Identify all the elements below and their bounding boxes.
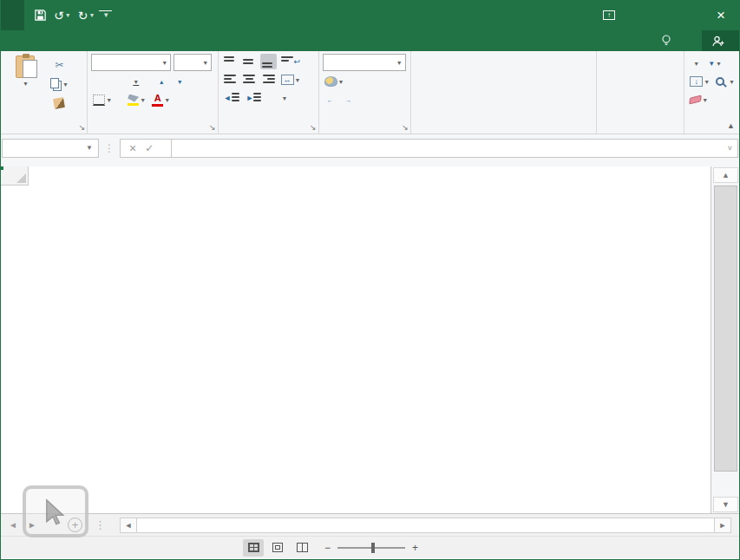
new-sheet-button[interactable]: + [68,518,82,532]
middle-align-button[interactable] [241,54,258,69]
fill-button[interactable]: ↓▼ [688,74,711,89]
scroll-up-icon[interactable]: ▲ [713,167,738,183]
grow-font-button[interactable]: ▲ [154,74,169,89]
save-icon[interactable] [31,7,49,23]
prev-sheet-icon[interactable]: ◄ [9,520,17,530]
font-size-select[interactable]: ▼ [174,54,212,71]
scroll-left-icon[interactable]: ◄ [120,518,137,533]
expand-formula-bar-icon[interactable]: ˅ [728,144,732,153]
fill-down-icon: ↓ [690,76,703,87]
font-dialog-launcher-icon[interactable]: ↘ [209,123,216,132]
increase-indent-button[interactable]: ► [245,90,265,106]
zoom-in-button[interactable]: + [412,542,418,554]
bottom-align-button[interactable] [260,54,277,69]
window-controls: ↑ × [593,0,740,30]
borders-button[interactable]: ▼ [91,92,114,107]
name-box[interactable]: ▼ [2,139,99,158]
clear-button[interactable]: ▼ [688,92,710,107]
ribbon-tab-row [0,30,740,51]
formula-bar-row: ▼ ⋮ × ✓ ˅ [0,134,740,166]
align-right-button[interactable] [260,72,277,88]
cells-group [597,51,684,133]
status-bar: − + [0,536,740,558]
orientation-button[interactable]: ▼ [276,90,291,106]
formula-input[interactable]: ˅ [171,139,738,158]
fill-color-button[interactable]: ▼ [126,92,147,107]
decrease-indent-button[interactable]: ◄ [222,90,242,106]
next-sheet-icon[interactable]: ► [28,520,36,530]
top-align-button[interactable] [222,54,239,69]
horizontal-scrollbar[interactable]: ◄ ► [120,518,731,533]
scroll-right-icon[interactable]: ► [714,518,731,533]
copy-button[interactable]: ▼ [49,76,70,92]
number-dialog-launcher-icon[interactable]: ↘ [402,123,409,132]
font-name-select[interactable]: ▼ [91,54,171,71]
underline-button[interactable]: ▼ [128,74,143,89]
font-color-button[interactable]: А▼ [150,92,172,107]
ribbon-display-options-icon[interactable]: ↑ [593,0,625,30]
sign-in-button[interactable] [684,30,702,51]
undo-button[interactable]: ↺▼ [51,7,74,24]
horizontal-scroll-track[interactable] [137,518,714,533]
clipboard-dialog-launcher-icon[interactable]: ↘ [79,123,86,132]
number-format-select[interactable]: ▼ [323,54,406,71]
zoom-out-button[interactable]: − [324,542,331,554]
shrink-font-button[interactable]: ▼ [172,74,187,89]
close-button[interactable]: × [702,0,740,30]
person-plus-icon [712,36,724,47]
accounting-format-button[interactable]: ▼ [323,74,346,89]
collapse-ribbon-icon[interactable]: ▲ [727,121,735,130]
search-icon [716,77,724,86]
maximize-button[interactable] [664,0,702,30]
zoom-slider[interactable] [337,547,405,549]
align-center-button[interactable] [241,72,258,88]
tell-me-help[interactable] [652,30,684,51]
decrease-decimal-button[interactable]: → [341,92,357,107]
sort-filter-button[interactable]: ▼▼ [706,55,724,71]
increase-decimal-button[interactable]: ← [323,92,338,107]
vertical-scrollbar[interactable]: ▲ ▼ [711,166,740,513]
vertical-scroll-thumb[interactable] [714,186,737,472]
sheet-tab-bar: ◄ ► + ⋮ ◄ ► [0,513,740,536]
clipboard-icon [16,55,35,78]
cancel-icon[interactable]: × [129,141,136,155]
redo-button[interactable]: ↻▼ [75,7,98,24]
customize-qat-button[interactable]: ▼ [99,10,112,21]
find-select-button[interactable]: ▼ [714,74,737,89]
quick-access-toolbar: ↺▼ ↻▼ ▼ [31,7,112,24]
enter-check-icon[interactable]: ✓ [145,142,154,154]
page-break-view-button[interactable] [291,539,312,557]
fill-color-icon [128,94,139,102]
comma-style-button[interactable] [367,74,383,89]
page-layout-view-button[interactable] [267,539,288,557]
zoom-slider-thumb[interactable] [371,543,375,553]
tabbar-splitter[interactable]: ⋮ [95,518,106,531]
bold-button[interactable] [91,74,107,89]
select-all-corner[interactable] [0,166,29,186]
percent-style-button[interactable] [349,74,364,89]
share-button[interactable] [702,30,740,51]
autosum-button[interactable]: ▼ [688,55,704,71]
format-painter-button[interactable] [49,95,70,111]
title-bar: ↺▼ ↻▼ ▼ ↑ × [0,0,740,30]
align-left-button[interactable] [222,72,239,88]
excel-app-icon[interactable] [0,0,24,30]
italic-button[interactable] [109,74,125,89]
lightbulb-icon [661,35,671,47]
wrap-text-button[interactable]: ↩ [279,54,303,69]
cut-button[interactable]: ✂ [49,57,70,73]
borders-icon [93,94,105,106]
merge-icon: ↔ [281,75,294,85]
merge-center-button[interactable]: ↔▼ [279,72,303,88]
sheet-overflow-indicator[interactable] [54,514,61,536]
scroll-down-icon[interactable]: ▼ [713,497,738,512]
normal-view-button[interactable] [243,539,264,557]
ribbon: ▼ ✂ ▼ ↘ ▼ ▼ ▼ ▲ ▼ ▼ ▼ А▼ [0,51,740,134]
alignment-dialog-launcher-icon[interactable]: ↘ [310,123,317,132]
editing-group: ▼ ▼▼ ↓▼ ▼ ▼ ▲ [684,51,740,133]
minimize-button[interactable] [625,0,664,30]
formula-bar-splitter[interactable]: ⋮ [104,142,115,154]
styles-group [411,51,597,133]
paste-button[interactable]: ▼ [3,54,47,111]
clipboard-group: ▼ ✂ ▼ ↘ [0,51,88,133]
